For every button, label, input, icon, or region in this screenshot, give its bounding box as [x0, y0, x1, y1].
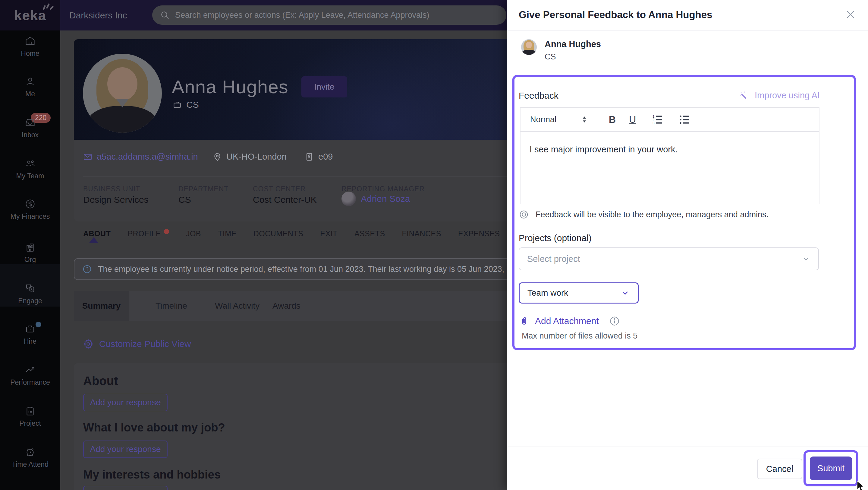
- project-select-placeholder: Select project: [527, 254, 580, 264]
- submit-button[interactable]: Submit: [810, 457, 852, 480]
- projects-label: Projects (optional): [519, 233, 592, 243]
- profile-photo: [83, 54, 162, 133]
- home-icon: [25, 36, 36, 47]
- sidebar-item-engage[interactable]: Engage: [0, 283, 60, 305]
- tab-documents[interactable]: DOCUMENTS: [253, 229, 304, 238]
- keka-logo: keka: [0, 0, 60, 30]
- tab-finances[interactable]: FINANCES: [402, 229, 441, 238]
- global-search-input[interactable]: Search employees or actions (Ex: Apply L…: [152, 5, 506, 25]
- attachment-info-icon[interactable]: [609, 316, 620, 326]
- mail-icon: [83, 152, 93, 162]
- recipient-avatar: [521, 39, 537, 55]
- field-value-business-unit: Design Services: [83, 195, 149, 205]
- tab-assets[interactable]: ASSETS: [354, 229, 385, 238]
- feedback-editor[interactable]: Normal B U 1 2 3: [520, 107, 819, 204]
- tab-expenses[interactable]: EXPENSES: [458, 229, 500, 238]
- inbox-icon: [25, 117, 36, 128]
- paragraph-style-select[interactable]: Normal: [530, 115, 556, 124]
- sidebar: Home Me 220 Inbox My Team: [0, 30, 60, 490]
- improve-using-ai-button[interactable]: Improve using AI: [738, 90, 820, 101]
- briefcase-icon: [173, 100, 182, 110]
- location-pin-icon: [213, 152, 222, 162]
- sidebar-item-my-finances[interactable]: My Finances: [0, 199, 60, 221]
- subtab-awards[interactable]: Awards: [273, 291, 301, 321]
- sidebar-item-performance[interactable]: Performance: [0, 365, 60, 386]
- employee-role-row: CS: [173, 99, 199, 110]
- feedback-label: Feedback: [519, 90, 558, 101]
- sidebar-item-org[interactable]: Org: [0, 242, 60, 264]
- project-select[interactable]: Select project: [519, 248, 819, 270]
- subtab-summary[interactable]: Summary: [74, 291, 129, 321]
- question-interests: My interests and hobbies: [83, 468, 221, 481]
- field-label-business-unit: BUSINESS UNIT: [83, 185, 140, 193]
- tab-profile[interactable]: PROFILE: [127, 229, 169, 238]
- ordered-list-button[interactable]: 1 2 3: [652, 114, 663, 125]
- panel-header-divider: [507, 30, 868, 31]
- max-files-note: Max number of files allowed is 5: [522, 331, 638, 341]
- feedback-text-input[interactable]: I see major improvement in your work.: [521, 132, 819, 167]
- employee-role: CS: [186, 99, 199, 110]
- tab-time[interactable]: TIME: [218, 229, 237, 238]
- tab-exit[interactable]: EXIT: [320, 229, 338, 238]
- field-value-cost-center: Cost Center-UK: [253, 195, 317, 205]
- performance-icon: [25, 365, 36, 375]
- add-attachment-button[interactable]: Add Attachment: [535, 316, 599, 326]
- employee-email[interactable]: a5ac.addams.a@simha.in: [97, 152, 198, 162]
- employee-name: Anna Hughes: [172, 76, 288, 97]
- employee-id: e09: [318, 152, 333, 162]
- tab-about[interactable]: ABOUT: [83, 229, 111, 238]
- finances-icon: [25, 199, 36, 209]
- sidebar-item-project[interactable]: Project: [0, 405, 60, 428]
- feedback-recipient: Anna Hughes CS: [521, 39, 601, 62]
- invite-button[interactable]: Invite: [301, 76, 347, 97]
- underline-button[interactable]: U: [629, 114, 636, 125]
- visibility-text: Feedback will be visible to the employee…: [535, 210, 769, 219]
- reporting-manager[interactable]: Adrien Soza: [341, 192, 410, 206]
- editor-toolbar: Normal B U 1 2 3: [521, 108, 819, 132]
- sidebar-item-my-team[interactable]: My Team: [0, 158, 60, 180]
- chevron-down-icon: [801, 254, 810, 263]
- company-name: Darksiders Inc: [69, 0, 127, 30]
- sidebar-item-time-attend[interactable]: Time Attend: [0, 446, 60, 468]
- chevron-down-icon: [620, 288, 630, 298]
- add-response-about-button[interactable]: Add your response: [83, 394, 167, 411]
- field-label-department: DEPARTMENT: [179, 185, 228, 193]
- subtab-timeline[interactable]: Timeline: [156, 291, 187, 321]
- improve-ai-label[interactable]: Improve using AI: [755, 90, 820, 100]
- svg-text:3: 3: [652, 121, 654, 125]
- manager-name[interactable]: Adrien Soza: [361, 194, 410, 204]
- panel-title: Give Personal Feedback to Anna Hughes: [519, 9, 712, 21]
- bold-button[interactable]: B: [609, 114, 616, 125]
- keka-logo-text: keka: [14, 7, 46, 23]
- engage-icon: [25, 283, 36, 294]
- notice-text: The employee is currently under notice p…: [98, 265, 529, 274]
- style-updown-icon[interactable]: [580, 115, 589, 124]
- tab-job[interactable]: JOB: [186, 229, 201, 238]
- visibility-note: Feedback will be visible to the employee…: [519, 209, 769, 220]
- close-icon[interactable]: [844, 8, 857, 21]
- add-response-love-job-button[interactable]: Add your response: [83, 440, 167, 458]
- sidebar-item-me[interactable]: Me: [0, 76, 60, 98]
- profile-alert-dot: [164, 229, 169, 234]
- employee-id-row: e09: [304, 152, 333, 162]
- manager-avatar: [341, 192, 356, 206]
- bullet-list-button[interactable]: [679, 114, 690, 125]
- sidebar-item-inbox[interactable]: 220 Inbox: [0, 117, 60, 139]
- recipient-role: CS: [545, 52, 601, 62]
- search-icon: [160, 10, 170, 20]
- sidebar-item-hire[interactable]: Hire: [0, 323, 60, 345]
- paperclip-icon: [519, 316, 529, 326]
- customize-public-view[interactable]: Customize Public View: [83, 339, 191, 349]
- subtab-wall-activity[interactable]: Wall Activity: [215, 291, 259, 321]
- panel-footer-divider: [507, 446, 868, 447]
- project-icon: [25, 405, 36, 416]
- category-select[interactable]: Team work: [519, 282, 639, 304]
- cancel-button[interactable]: Cancel: [757, 459, 802, 479]
- org-icon: [25, 242, 36, 253]
- customize-label[interactable]: Customize Public View: [99, 339, 191, 349]
- recipient-name: Anna Hughes: [545, 39, 601, 49]
- location-row: UK-HO-London: [213, 152, 287, 162]
- add-response-interests-button[interactable]: Add your response: [83, 486, 167, 490]
- email-row[interactable]: a5ac.addams.a@simha.in: [83, 152, 198, 162]
- sidebar-item-home[interactable]: Home: [0, 36, 60, 58]
